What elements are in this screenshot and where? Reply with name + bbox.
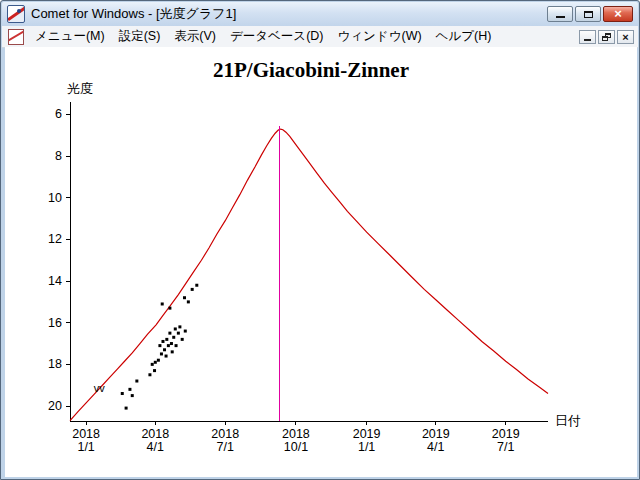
y-tick-label: 12 <box>48 232 62 246</box>
observation-point <box>125 407 128 410</box>
y-axis-label: 光度 <box>67 81 93 96</box>
y-tick-label: 20 <box>48 399 62 413</box>
y-tick-label: 16 <box>48 316 62 330</box>
window-title: Comet for Windows - [光度グラフ1] <box>31 5 547 23</box>
child-window-icon[interactable] <box>8 29 24 45</box>
app-icon[interactable] <box>7 5 25 23</box>
app-window: Comet for Windows - [光度グラフ1] × メニュー(M)設定… <box>0 0 640 480</box>
observation-point <box>154 361 157 364</box>
x-tick-year: 2019 <box>492 427 520 441</box>
y-tick-label: 6 <box>55 107 62 121</box>
light-curve-chart: 6810121416182020181/120184/120187/120181… <box>5 47 637 477</box>
x-tick-year: 2019 <box>353 427 381 441</box>
x-axis-label: 日付 <box>555 413 581 428</box>
mdi-minimize-button[interactable] <box>579 30 596 44</box>
observation-point <box>165 338 168 341</box>
x-tick-date: 7/1 <box>217 440 234 454</box>
x-tick-year: 2018 <box>211 427 239 441</box>
chart-title: 21P/Giacobini-Zinner <box>213 58 409 82</box>
observation-point <box>168 307 171 310</box>
observation-point <box>172 336 175 339</box>
observation-limit-marker: vv <box>94 382 106 394</box>
y-tick-label: 18 <box>48 357 62 371</box>
close-button[interactable]: × <box>603 6 633 22</box>
x-tick-year: 2018 <box>72 427 100 441</box>
mdi-restore-button[interactable] <box>598 30 615 44</box>
x-tick-year: 2019 <box>422 427 450 441</box>
observation-point <box>195 284 198 287</box>
window-controls: × <box>547 6 633 22</box>
observation-point <box>167 344 170 347</box>
observation-point <box>187 300 190 303</box>
y-tick-label: 8 <box>55 149 62 163</box>
x-tick-date: 1/1 <box>358 440 375 454</box>
observation-point <box>191 288 194 291</box>
menu-item-menu[interactable]: メニュー(M) <box>28 26 112 47</box>
observation-point <box>183 296 186 299</box>
observation-point <box>151 363 154 366</box>
y-tick-label: 14 <box>48 274 62 288</box>
menu-item-view[interactable]: 表示(V) <box>167 26 223 47</box>
axes <box>70 102 548 421</box>
x-tick-date: 4/1 <box>147 440 164 454</box>
observation-point <box>177 332 180 335</box>
maximize-button[interactable] <box>575 6 601 22</box>
menubar: メニュー(M)設定(S)表示(V)データベース(D)ウィンドウ(W)ヘルプ(H)… <box>2 26 638 48</box>
observation-point <box>175 344 178 347</box>
minimize-button[interactable] <box>547 6 573 22</box>
observation-point <box>174 327 177 330</box>
observation-point <box>168 332 171 335</box>
x-tick-date: 7/1 <box>497 440 514 454</box>
observation-point <box>128 388 131 391</box>
x-tick-date: 10/1 <box>284 440 308 454</box>
observation-point <box>161 340 164 343</box>
mdi-close-button[interactable]: × <box>617 30 634 44</box>
observation-point <box>158 344 161 347</box>
x-tick-year: 2018 <box>282 427 310 441</box>
x-tick-year: 2018 <box>141 427 169 441</box>
menu-item-window[interactable]: ウィンドウ(W) <box>331 26 429 47</box>
observation-point <box>178 325 181 328</box>
observation-point <box>153 369 156 372</box>
observation-point <box>160 352 163 355</box>
menu-item-help[interactable]: ヘルプ(H) <box>429 26 499 47</box>
x-tick-date: 1/1 <box>77 440 94 454</box>
menu-item-database[interactable]: データベース(D) <box>223 26 331 47</box>
prediction-curve <box>70 129 548 421</box>
mdi-close-icon: × <box>618 31 633 43</box>
menu-items: メニュー(M)設定(S)表示(V)データベース(D)ウィンドウ(W)ヘルプ(H) <box>28 26 498 47</box>
observation-point <box>157 359 160 362</box>
close-icon: × <box>604 7 632 21</box>
observation-point <box>165 355 168 358</box>
chart-client-area: 6810121416182020181/120184/120187/120181… <box>5 47 637 477</box>
observation-point <box>163 348 166 351</box>
observation-point <box>170 342 173 345</box>
titlebar[interactable]: Comet for Windows - [光度グラフ1] × <box>2 2 638 26</box>
observation-point <box>148 373 151 376</box>
observation-point <box>121 392 124 395</box>
observation-point <box>181 338 184 341</box>
observation-point <box>135 380 138 383</box>
observation-point <box>131 394 134 397</box>
observation-point <box>184 330 187 333</box>
observation-point <box>161 302 164 305</box>
menu-item-settings[interactable]: 設定(S) <box>112 26 168 47</box>
y-tick-label: 10 <box>48 191 62 205</box>
observation-point <box>171 350 174 353</box>
x-tick-date: 4/1 <box>427 440 444 454</box>
